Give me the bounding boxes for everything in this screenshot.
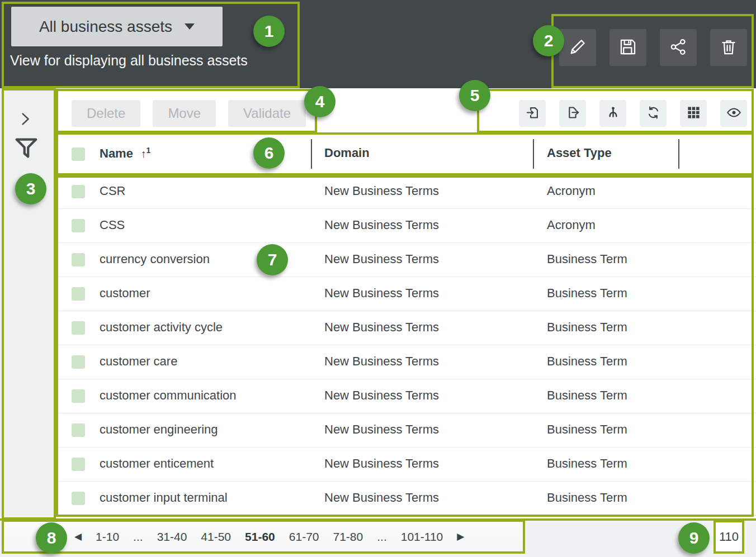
pencil-icon — [568, 37, 587, 58]
pagination-page[interactable]: 1-10 — [96, 530, 119, 544]
share-view-button[interactable] — [660, 29, 697, 66]
table-body: CSR New Business Terms Acronym CSS New B… — [58, 175, 756, 516]
sidebar — [0, 88, 58, 518]
cell-domain[interactable]: New Business Terms — [324, 252, 439, 266]
share-icon — [669, 37, 688, 58]
column-divider — [678, 139, 679, 169]
row-checkbox[interactable] — [72, 423, 85, 437]
validate-button[interactable]: Validate — [228, 100, 306, 127]
cell-asset-type[interactable]: Acronym — [547, 184, 596, 198]
sort-ascending-icon: ↑1 — [138, 147, 150, 160]
pagination-ellipsis: ... — [133, 530, 143, 544]
export-button[interactable] — [559, 100, 586, 127]
pagination-page[interactable]: 71-80 — [333, 530, 363, 544]
cell-name[interactable]: customer enticement — [100, 456, 214, 471]
header-actions — [559, 29, 747, 66]
table-tool-icons — [519, 100, 747, 127]
cell-name[interactable]: CSR — [100, 184, 125, 198]
table-row[interactable]: CSR New Business Terms Acronym — [58, 175, 756, 209]
column-divider — [311, 139, 312, 169]
save-icon — [618, 37, 637, 58]
table-row[interactable]: customer communication New Business Term… — [58, 379, 756, 413]
refresh-button[interactable] — [640, 100, 667, 127]
cell-asset-type[interactable]: Acronym — [547, 218, 596, 232]
cell-asset-type[interactable]: Business Term — [547, 354, 627, 369]
table-row[interactable]: CSS New Business Terms Acronym — [58, 209, 756, 243]
row-checkbox[interactable] — [72, 185, 85, 198]
pagination-page[interactable]: 51-60 — [245, 530, 275, 544]
cell-name[interactable]: customer activity cycle — [100, 320, 223, 335]
cell-asset-type[interactable]: Business Term — [547, 252, 627, 266]
cell-asset-type[interactable]: Business Term — [547, 286, 627, 301]
column-header-asset-type[interactable]: Asset Type — [547, 146, 612, 160]
row-checkbox[interactable] — [72, 389, 85, 403]
total-count: 110 — [719, 530, 739, 544]
row-checkbox[interactable] — [72, 355, 85, 369]
row-checkbox[interactable] — [72, 458, 85, 471]
cell-asset-type[interactable]: Business Term — [547, 388, 627, 403]
pagination-page[interactable]: 31-40 — [157, 530, 187, 544]
view-selector-dropdown[interactable]: All business assets — [11, 7, 223, 46]
table-row[interactable]: customer care New Business Terms Busines… — [58, 345, 756, 379]
row-checkbox[interactable] — [72, 287, 85, 301]
cell-domain[interactable]: New Business Terms — [324, 491, 439, 505]
cell-domain[interactable]: New Business Terms — [324, 422, 439, 437]
save-view-button[interactable] — [609, 29, 646, 66]
expand-sidebar-button[interactable] — [17, 111, 34, 129]
cell-domain[interactable]: New Business Terms — [324, 354, 439, 369]
page: All business assets View for displaying … — [0, 0, 756, 557]
cell-domain[interactable]: New Business Terms — [324, 218, 439, 232]
pagination-next-button[interactable]: ▶ — [457, 532, 464, 541]
cell-name[interactable]: customer input terminal — [100, 491, 228, 505]
pagination-pages: 1-10...31-4041-5051-6061-7071-80...101-1… — [96, 530, 443, 544]
trash-icon — [719, 37, 738, 58]
table-row[interactable]: customer New Business Terms Business Ter… — [58, 277, 756, 311]
pagination-prev-button[interactable]: ◀ — [74, 532, 82, 541]
cell-asset-type[interactable]: Business Term — [547, 422, 627, 437]
cell-asset-type[interactable]: Business Term — [547, 456, 627, 471]
table-row[interactable]: currency conversion New Business Terms B… — [58, 243, 756, 277]
cell-asset-type[interactable]: Business Term — [547, 320, 627, 335]
select-all-checkbox[interactable] — [72, 147, 85, 161]
delete-view-button[interactable] — [710, 29, 747, 66]
pagination-page[interactable]: 41-50 — [201, 530, 231, 544]
eye-icon — [726, 105, 741, 122]
column-divider — [533, 139, 534, 169]
row-checkbox[interactable] — [72, 219, 85, 232]
move-button[interactable]: Move — [153, 100, 216, 127]
cell-domain[interactable]: New Business Terms — [324, 184, 439, 198]
action-toolbar: Delete Move Validate — [58, 88, 756, 133]
cell-domain[interactable]: New Business Terms — [324, 388, 439, 403]
table-row[interactable]: customer input terminal New Business Ter… — [58, 482, 756, 516]
table-header: Name ↑1 Domain Asset Type — [58, 133, 756, 175]
table-row[interactable]: customer enticement New Business Terms B… — [58, 447, 756, 482]
view-options-button[interactable] — [720, 100, 747, 127]
table-row[interactable]: customer engineering New Business Terms … — [58, 413, 756, 447]
pagination-page[interactable]: 61-70 — [289, 530, 319, 544]
main-content: Delete Move Validate — [58, 88, 756, 517]
grid-view-button[interactable] — [680, 100, 707, 127]
hierarchy-button[interactable] — [599, 100, 626, 127]
cell-name[interactable]: customer engineering — [100, 422, 218, 437]
cell-domain[interactable]: New Business Terms — [324, 320, 439, 335]
edit-view-button[interactable] — [559, 29, 596, 66]
cell-domain[interactable]: New Business Terms — [324, 286, 439, 301]
column-name-label: Name — [100, 146, 133, 160]
delete-button[interactable]: Delete — [72, 100, 140, 127]
filter-button[interactable] — [13, 135, 39, 163]
cell-name[interactable]: customer communication — [100, 388, 237, 403]
pagination-page[interactable]: 101-110 — [401, 530, 443, 544]
row-checkbox[interactable] — [72, 253, 85, 266]
import-button[interactable] — [519, 100, 546, 127]
cell-name[interactable]: currency conversion — [100, 252, 210, 266]
cell-name[interactable]: customer care — [100, 354, 177, 369]
cell-name[interactable]: customer — [100, 286, 150, 301]
column-header-domain[interactable]: Domain — [324, 146, 370, 160]
cell-asset-type[interactable]: Business Term — [547, 491, 627, 505]
cell-domain[interactable]: New Business Terms — [324, 456, 439, 471]
row-checkbox[interactable] — [72, 492, 85, 505]
cell-name[interactable]: CSS — [100, 218, 125, 232]
column-header-name[interactable]: Name ↑1 — [100, 146, 150, 161]
row-checkbox[interactable] — [72, 321, 85, 335]
table-row[interactable]: customer activity cycle New Business Ter… — [58, 311, 756, 345]
